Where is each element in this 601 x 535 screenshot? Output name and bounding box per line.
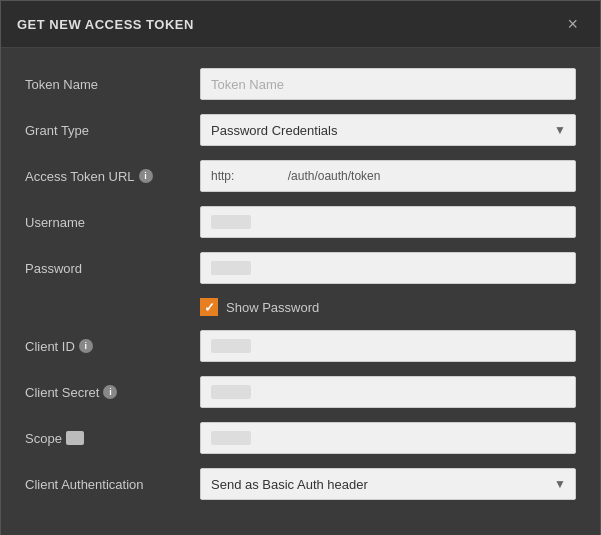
show-password-row: Show Password	[25, 298, 576, 316]
access-token-url-label: Access Token URL i	[25, 169, 200, 184]
client-id-info-icon[interactable]: i	[79, 339, 93, 353]
password-row: Password	[25, 252, 576, 284]
modal-dialog: GET NEW ACCESS TOKEN × Token Name Grant …	[0, 0, 601, 535]
show-password-checkbox[interactable]	[200, 298, 218, 316]
client-id-input-masked[interactable]	[200, 330, 576, 362]
scope-input-masked[interactable]	[200, 422, 576, 454]
username-input-masked[interactable]	[200, 206, 576, 238]
access-token-url-row: Access Token URL i	[25, 160, 576, 192]
scope-mask	[211, 431, 251, 445]
password-mask	[211, 261, 251, 275]
token-name-label: Token Name	[25, 77, 200, 92]
client-secret-label: Client Secret i	[25, 385, 200, 400]
client-auth-row: Client Authentication Send as Basic Auth…	[25, 468, 576, 500]
client-secret-info-icon[interactable]: i	[103, 385, 117, 399]
password-label: Password	[25, 261, 200, 276]
grant-type-row: Grant Type Password Credentials Authoriz…	[25, 114, 576, 146]
access-token-url-info-icon[interactable]: i	[139, 169, 153, 183]
access-token-url-input[interactable]	[200, 160, 576, 192]
modal-title: GET NEW ACCESS TOKEN	[17, 17, 194, 32]
modal-header: GET NEW ACCESS TOKEN ×	[1, 1, 600, 48]
show-password-text: Show Password	[226, 300, 319, 315]
client-id-row: Client ID i	[25, 330, 576, 362]
client-auth-label: Client Authentication	[25, 477, 200, 492]
client-id-label: Client ID i	[25, 339, 200, 354]
grant-type-select-wrapper: Password Credentials Authorization Code …	[200, 114, 576, 146]
modal-body: Token Name Grant Type Password Credentia…	[1, 48, 600, 534]
scope-icon	[66, 431, 84, 445]
client-secret-mask	[211, 385, 251, 399]
show-password-label[interactable]: Show Password	[200, 298, 319, 316]
scope-row: Scope	[25, 422, 576, 454]
client-secret-input-masked[interactable]	[200, 376, 576, 408]
username-label: Username	[25, 215, 200, 230]
token-name-input[interactable]	[200, 68, 576, 100]
username-mask	[211, 215, 251, 229]
scope-label: Scope	[25, 431, 200, 446]
password-input-masked[interactable]	[200, 252, 576, 284]
username-row: Username	[25, 206, 576, 238]
close-button[interactable]: ×	[561, 13, 584, 35]
grant-type-select[interactable]: Password Credentials Authorization Code …	[200, 114, 576, 146]
grant-type-label: Grant Type	[25, 123, 200, 138]
client-secret-row: Client Secret i	[25, 376, 576, 408]
client-auth-select[interactable]: Send as Basic Auth header Send as Body	[200, 468, 576, 500]
token-name-row: Token Name	[25, 68, 576, 100]
client-id-mask	[211, 339, 251, 353]
client-auth-select-wrapper: Send as Basic Auth header Send as Body ▼	[200, 468, 576, 500]
